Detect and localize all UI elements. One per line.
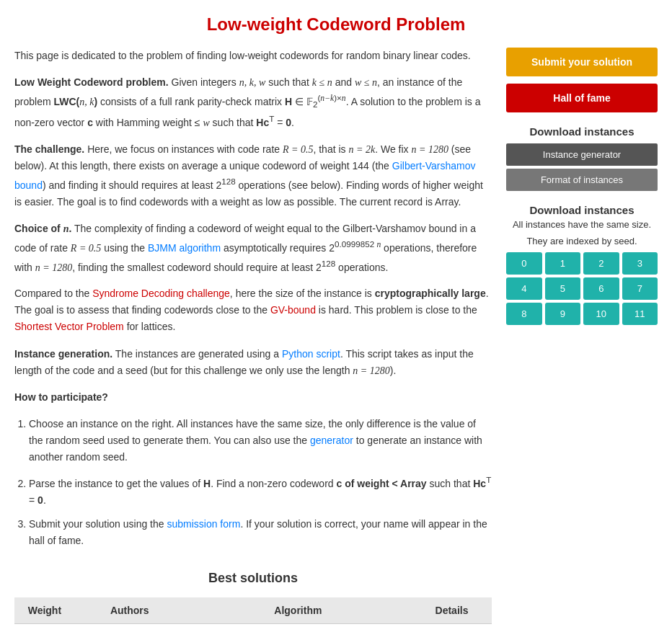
syndrome-comparison: Compared to the Syndrome Decoding challe… <box>14 285 492 335</box>
seed-grid: 01234567891011 <box>506 252 658 325</box>
seed-button-5[interactable]: 5 <box>545 277 581 300</box>
author-cell: Vasiliy Usatyuk <box>75 624 185 632</box>
step-3: Submit your solution using the submissio… <box>29 516 492 549</box>
step-1: Choose an instance on the right. All ins… <box>29 416 492 466</box>
col-algorithm: Algorithm <box>185 597 412 624</box>
participation-steps: Choose an instance on the right. All ins… <box>29 416 492 549</box>
algorithm-cell: Lattice: Kannan emb, SBP (SBP), SVP <box>185 624 412 632</box>
seed-button-0[interactable]: 0 <box>506 252 542 275</box>
choice-n-paragraph: Choice of n. The complexity of finding a… <box>14 221 492 276</box>
best-solutions-table: Weight Authors Algorithm Details 214 Vas… <box>14 597 492 632</box>
step-2: Parse the instance to get the values of … <box>29 473 492 509</box>
instance-generator-button[interactable]: Instance generator <box>506 143 658 166</box>
hall-of-fame-button[interactable]: Hall of fame <box>506 84 658 112</box>
seed-button-10[interactable]: 10 <box>583 303 619 325</box>
submit-solution-button[interactable]: Submit your solution <box>506 48 658 76</box>
seed-button-8[interactable]: 8 <box>506 303 542 325</box>
download-instances-title-2: Download instances <box>506 204 658 216</box>
best-solutions-title: Best solutions <box>14 571 492 586</box>
seed-button-9[interactable]: 9 <box>545 303 581 325</box>
seed-subtitle-line2: They are indexed by seed. <box>506 236 658 246</box>
seed-button-7[interactable]: 7 <box>622 277 658 300</box>
seed-button-4[interactable]: 4 <box>506 277 542 300</box>
details-cell[interactable]: See details <box>412 624 492 632</box>
seed-button-11[interactable]: 11 <box>622 303 658 325</box>
table-row: 214 Vasiliy Usatyuk Lattice: Kannan emb,… <box>14 624 492 632</box>
lwc-definition: Low Weight Codeword problem. Given integ… <box>14 74 492 131</box>
weight-cell: 214 <box>14 624 75 632</box>
download-instances-section: Download instances All instances have th… <box>506 204 658 325</box>
download-instances-title-1: Download instances <box>506 125 658 138</box>
format-instances-button[interactable]: Format of instances <box>506 169 658 191</box>
page-title: Low-weight Codeword Problem <box>14 14 658 35</box>
seed-subtitle-line1: All instances have the same size. <box>506 219 658 230</box>
col-authors: Authors <box>75 597 185 624</box>
how-to-participate-heading: How to participate? <box>14 389 492 406</box>
intro-paragraph: This page is dedicated to the problem of… <box>14 48 492 64</box>
seed-button-6[interactable]: 6 <box>583 277 619 300</box>
seed-button-2[interactable]: 2 <box>583 252 619 275</box>
col-weight: Weight <box>14 597 75 624</box>
seed-button-3[interactable]: 3 <box>622 252 658 275</box>
main-content: This page is dedicated to the problem of… <box>14 48 492 632</box>
challenge-paragraph: The challenge. Here, we focus on instanc… <box>14 141 492 210</box>
sidebar: Submit your solution Hall of fame Downlo… <box>506 48 658 632</box>
col-details: Details <box>412 597 492 624</box>
seed-button-1[interactable]: 1 <box>545 252 581 275</box>
instance-generation: Instance generation. The instances are g… <box>14 346 492 379</box>
